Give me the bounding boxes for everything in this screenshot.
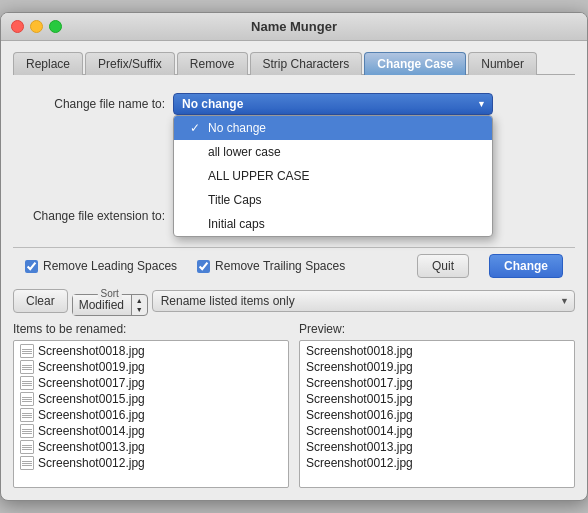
window-controls xyxy=(11,20,62,33)
clear-button[interactable]: Clear xyxy=(13,289,68,313)
list-item: Screenshot0017.jpg xyxy=(300,375,574,391)
sort-area: Clear Modified Name Created Size ▲ ▼ Ren… xyxy=(13,286,575,316)
tab-replace[interactable]: Replace xyxy=(13,52,83,75)
tab-strip-characters[interactable]: Strip Characters xyxy=(250,52,363,75)
close-button[interactable] xyxy=(11,20,24,33)
list-item: Screenshot0018.jpg xyxy=(300,343,574,359)
form-area: Change file name to: No change ▼ ✓ No ch… xyxy=(13,85,575,243)
list-item: Screenshot0012.jpg xyxy=(14,455,288,471)
preview-list-title: Preview: xyxy=(299,322,575,336)
file-icon xyxy=(20,456,34,470)
items-file-list[interactable]: Screenshot0018.jpg Screenshot0019.jpg xyxy=(13,340,289,488)
list-item: Screenshot0015.jpg xyxy=(14,391,288,407)
quit-button[interactable]: Quit xyxy=(417,254,469,278)
sort-select[interactable]: Modified Name Created Size xyxy=(73,295,132,315)
list-item: Screenshot0014.jpg xyxy=(14,423,288,439)
menu-item-lower-case[interactable]: all lower case xyxy=(174,140,492,164)
remove-trailing-spaces-checkbox[interactable] xyxy=(197,260,210,273)
maximize-button[interactable] xyxy=(49,20,62,33)
file-icon xyxy=(20,376,34,390)
file-icon xyxy=(20,440,34,454)
tab-prefix-suffix[interactable]: Prefix/Suffix xyxy=(85,52,175,75)
file-icon xyxy=(20,408,34,422)
window-title: Name Munger xyxy=(251,19,337,34)
rename-dropdown[interactable]: Rename listed items only Rename all item… xyxy=(152,290,575,312)
window-content: Replace Prefix/Suffix Remove Strip Chara… xyxy=(1,41,587,500)
tab-bar: Replace Prefix/Suffix Remove Strip Chara… xyxy=(13,51,575,75)
preview-file-list: Screenshot0018.jpg Screenshot0019.jpg Sc… xyxy=(299,340,575,488)
rename-dropdown-wrapper: Rename listed items only Rename all item… xyxy=(152,290,575,312)
menu-item-no-change[interactable]: ✓ No change xyxy=(174,116,492,140)
list-item: Screenshot0014.jpg xyxy=(300,423,574,439)
file-name-row: Change file name to: No change ▼ ✓ No ch… xyxy=(13,93,575,115)
list-item: Screenshot0015.jpg xyxy=(300,391,574,407)
action-row: Remove Leading Spaces Remove Trailing Sp… xyxy=(13,247,575,284)
menu-item-title-caps[interactable]: Title Caps xyxy=(174,188,492,212)
list-item: Screenshot0016.jpg xyxy=(14,407,288,423)
sort-section: Modified Name Created Size ▲ ▼ xyxy=(72,294,148,316)
file-name-dropdown[interactable]: No change ▼ xyxy=(173,93,493,115)
file-name-selected: No change xyxy=(182,97,243,111)
titlebar: Name Munger xyxy=(1,13,587,41)
preview-list-section: Preview: Screenshot0018.jpg Screenshot00… xyxy=(299,322,575,488)
list-item: Screenshot0019.jpg xyxy=(300,359,574,375)
check-icon: ✓ xyxy=(190,121,202,135)
file-name-label: Change file name to: xyxy=(13,97,173,111)
tab-number[interactable]: Number xyxy=(468,52,537,75)
list-item: Screenshot0017.jpg xyxy=(14,375,288,391)
remove-leading-spaces-label[interactable]: Remove Leading Spaces xyxy=(25,259,177,273)
list-item: Screenshot0019.jpg xyxy=(14,359,288,375)
lists-area: Items to be renamed: Screenshot0018.jpg xyxy=(13,322,575,488)
items-list-section: Items to be renamed: Screenshot0018.jpg xyxy=(13,322,289,488)
items-list-title: Items to be renamed: xyxy=(13,322,289,336)
sort-down-button[interactable]: ▼ xyxy=(134,305,145,314)
file-icon xyxy=(20,424,34,438)
list-item: Screenshot0013.jpg xyxy=(300,439,574,455)
minimize-button[interactable] xyxy=(30,20,43,33)
list-item: Screenshot0016.jpg xyxy=(300,407,574,423)
remove-leading-spaces-checkbox[interactable] xyxy=(25,260,38,273)
change-button[interactable]: Change xyxy=(489,254,563,278)
file-icon xyxy=(20,392,34,406)
list-item: Screenshot0012.jpg xyxy=(300,455,574,471)
file-name-menu: ✓ No change all lower case ALL UPPER CAS… xyxy=(173,115,493,237)
dropdown-arrow-icon: ▼ xyxy=(477,99,486,109)
menu-item-initial-caps[interactable]: Initial caps xyxy=(174,212,492,236)
tab-change-case[interactable]: Change Case xyxy=(364,52,466,75)
list-item: Screenshot0013.jpg xyxy=(14,439,288,455)
menu-item-upper-case[interactable]: ALL UPPER CASE xyxy=(174,164,492,188)
remove-trailing-spaces-label[interactable]: Remove Trailing Spaces xyxy=(197,259,345,273)
list-item: Screenshot0018.jpg xyxy=(14,343,288,359)
tab-remove[interactable]: Remove xyxy=(177,52,248,75)
file-extension-label: Change file extension to: xyxy=(13,209,173,223)
file-name-dropdown-container: No change ▼ ✓ No change all lower case xyxy=(173,93,493,115)
file-icon xyxy=(20,344,34,358)
sort-up-button[interactable]: ▲ xyxy=(134,296,145,305)
sort-arrows: ▲ ▼ xyxy=(132,296,147,314)
main-window: Name Munger Replace Prefix/Suffix Remove… xyxy=(0,12,588,501)
file-icon xyxy=(20,360,34,374)
